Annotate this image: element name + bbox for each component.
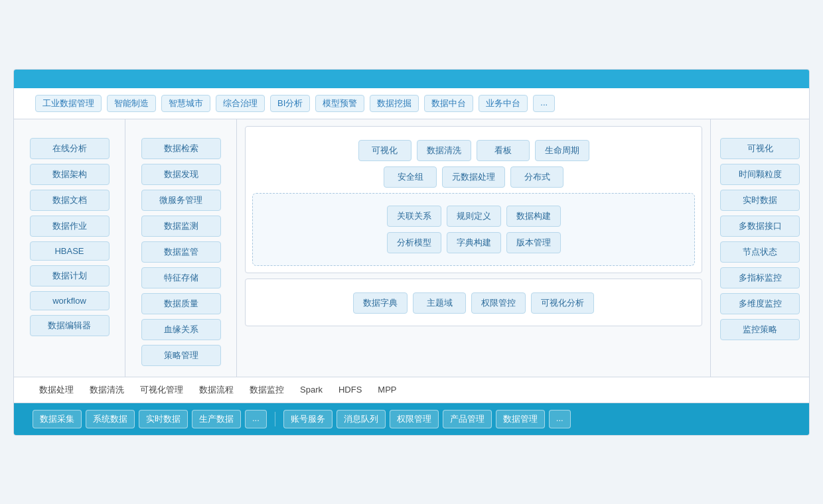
asset-items: 数据字典主题域权限管控可视化分析 (252, 292, 695, 314)
foundation-tag-group2[interactable]: ... (549, 410, 571, 428)
analysis-item[interactable]: 数据清洗 (417, 140, 471, 161)
data-app-tag[interactable]: 数据挖掘 (370, 95, 419, 112)
governance-item[interactable]: 特征存储 (141, 267, 221, 288)
governance-item[interactable]: 数据检索 (141, 138, 221, 159)
monitor-item[interactable]: 时间颗粒度 (720, 164, 800, 185)
analysis-item[interactable]: 元数据处理 (442, 166, 505, 188)
data-app-tag[interactable]: 综合治理 (216, 95, 265, 112)
data-app-tag[interactable]: 业务中台 (479, 95, 528, 112)
monitor-item[interactable]: 可视化 (720, 138, 800, 159)
analysis-item[interactable]: 安全组 (384, 166, 437, 188)
title-bar (14, 70, 809, 88)
panel-data-governance: 数据检索数据发现微服务管理数据监测数据监管特征存储数据质量血缘关系策略管理 (125, 119, 237, 377)
middle-section: 在线分析数据架构数据文档数据作业HBASE数据计划workflow数据编辑器 数… (14, 119, 809, 377)
panel-cluster-management: 在线分析数据架构数据文档数据作业HBASE数据计划workflow数据编辑器 (14, 119, 125, 377)
monitor-item[interactable]: 多数据接口 (720, 216, 800, 237)
db-item[interactable]: 数据流程 (199, 384, 234, 396)
foundation-tag-group2[interactable]: 消息队列 (337, 410, 386, 428)
db-item[interactable]: 数据清洗 (90, 384, 124, 396)
governance-item[interactable]: 数据监管 (141, 241, 221, 263)
analysis-item[interactable]: 分布式 (510, 166, 563, 188)
foundation-tag-group1[interactable]: 实时数据 (139, 410, 188, 428)
data-app-tag[interactable]: 模型预警 (315, 95, 364, 112)
data-app-tag[interactable]: BI分析 (270, 95, 310, 112)
foundation-divider (275, 412, 275, 426)
analysis-top-section: 可视化数据清洗看板生命周期安全组元数据处理分布式 关联关系规则定义数据构建分析模… (245, 126, 702, 273)
cluster-item[interactable]: 数据计划 (30, 265, 110, 286)
db-row: 数据处理数据清洗可视化管理数据流程数据监控SparkHDFSMPP (14, 377, 809, 403)
foundation-group2: 账号服务消息队列权限管理产品管理数据管理... (283, 410, 571, 428)
data-app-tag[interactable]: 智能制造 (107, 95, 156, 112)
cluster-item[interactable]: 数据架构 (30, 164, 110, 185)
capability-item[interactable]: 分析模型 (387, 232, 441, 253)
governance-items-container: 数据检索数据发现微服务管理数据监测数据监管特征存储数据质量血缘关系策略管理 (141, 138, 221, 366)
data-app-tag[interactable]: 数据中台 (424, 95, 473, 112)
governance-item[interactable]: 数据发现 (141, 164, 221, 185)
db-item[interactable]: 数据监控 (250, 384, 284, 396)
foundation-tag-group1[interactable]: 生产数据 (192, 410, 241, 428)
db-item[interactable]: Spark (300, 385, 323, 395)
main-container: 工业数据管理智能制造智慧城市综合治理BI分析模型预警数据挖掘数据中台业务中台..… (13, 69, 810, 436)
cluster-item[interactable]: workflow (30, 291, 110, 310)
db-item[interactable]: 数据处理 (39, 384, 74, 396)
panel-cluster-monitor: 可视化时间颗粒度实时数据多数据接口节点状态多指标监控多维度监控监控策略 (711, 119, 809, 377)
asset-section: 数据字典主题域权限管控可视化分析 (245, 279, 702, 326)
monitor-item[interactable]: 节点状态 (720, 241, 800, 263)
foundation-tag-group2[interactable]: 产品管理 (443, 410, 492, 428)
foundation-tag-group2[interactable]: 账号服务 (283, 410, 333, 428)
asset-item[interactable]: 数据字典 (353, 292, 408, 314)
asset-item[interactable]: 权限管控 (471, 292, 526, 314)
analysis-top-rows: 可视化数据清洗看板生命周期安全组元数据处理分布式 (252, 140, 695, 188)
governance-item[interactable]: 微服务管理 (141, 190, 221, 211)
db-item[interactable]: 可视化管理 (140, 384, 183, 396)
analysis-capability: 关联关系规则定义数据构建分析模型字典构建版本管理 (252, 193, 695, 266)
governance-item[interactable]: 策略管理 (141, 345, 221, 366)
foundation-row: 数据采集系统数据实时数据生产数据... 账号服务消息队列权限管理产品管理数据管理… (14, 403, 809, 435)
monitor-item[interactable]: 多指标监控 (720, 267, 800, 288)
analysis-item[interactable]: 看板 (477, 140, 530, 161)
data-app-tag[interactable]: 工业数据管理 (35, 95, 102, 112)
cluster-item[interactable]: 数据编辑器 (30, 315, 110, 336)
asset-item[interactable]: 主题域 (413, 292, 466, 314)
capability-rows: 关联关系规则定义数据构建分析模型字典构建版本管理 (260, 206, 688, 253)
data-app-row: 工业数据管理智能制造智慧城市综合治理BI分析模型预警数据挖掘数据中台业务中台..… (14, 88, 809, 119)
capability-item[interactable]: 字典构建 (447, 232, 501, 253)
db-item[interactable]: MPP (378, 385, 396, 395)
governance-item[interactable]: 数据质量 (141, 293, 221, 314)
monitor-item[interactable]: 实时数据 (720, 190, 800, 211)
analysis-item[interactable]: 可视化 (358, 140, 412, 161)
cluster-item[interactable]: 在线分析 (30, 138, 110, 159)
governance-item[interactable]: 血缘关系 (141, 319, 221, 340)
data-app-tag[interactable]: ... (533, 95, 555, 112)
foundation-group1: 数据采集系统数据实时数据生产数据... (33, 410, 267, 428)
cluster-item[interactable]: 数据作业 (30, 216, 110, 237)
capability-item[interactable]: 关联关系 (387, 206, 441, 227)
analysis-item[interactable]: 生命周期 (535, 140, 589, 161)
data-app-items-container: 工业数据管理智能制造智慧城市综合治理BI分析模型预警数据挖掘数据中台业务中台..… (35, 95, 555, 112)
asset-item[interactable]: 可视化分析 (531, 292, 594, 314)
foundation-tag-group1[interactable]: 数据采集 (33, 410, 82, 428)
monitor-item[interactable]: 多维度监控 (720, 293, 800, 314)
capability-item[interactable]: 版本管理 (506, 232, 561, 253)
foundation-tag-group2[interactable]: 权限管理 (390, 410, 439, 428)
foundation-tag-group1[interactable]: 系统数据 (86, 410, 135, 428)
monitor-item[interactable]: 监控策略 (720, 319, 800, 340)
cluster-item[interactable]: 数据文档 (30, 190, 110, 211)
capability-item[interactable]: 数据构建 (506, 206, 561, 227)
governance-item[interactable]: 数据监测 (141, 216, 221, 237)
foundation-tag-group2[interactable]: 数据管理 (496, 410, 545, 428)
db-item[interactable]: HDFS (338, 385, 362, 395)
db-items-container: 数据处理数据清洗可视化管理数据流程数据监控SparkHDFSMPP (39, 384, 397, 396)
foundation-tag-group1[interactable]: ... (245, 410, 267, 428)
panel-analysis-outer: 可视化数据清洗看板生命周期安全组元数据处理分布式 关联关系规则定义数据构建分析模… (237, 119, 711, 377)
monitor-items-container: 可视化时间颗粒度实时数据多数据接口节点状态多指标监控多维度监控监控策略 (720, 138, 800, 340)
data-app-tag[interactable]: 智慧城市 (161, 95, 210, 112)
cluster-item[interactable]: HBASE (30, 241, 110, 261)
capability-item[interactable]: 规则定义 (447, 206, 501, 227)
cluster-items-container: 在线分析数据架构数据文档数据作业HBASE数据计划workflow数据编辑器 (30, 138, 110, 336)
